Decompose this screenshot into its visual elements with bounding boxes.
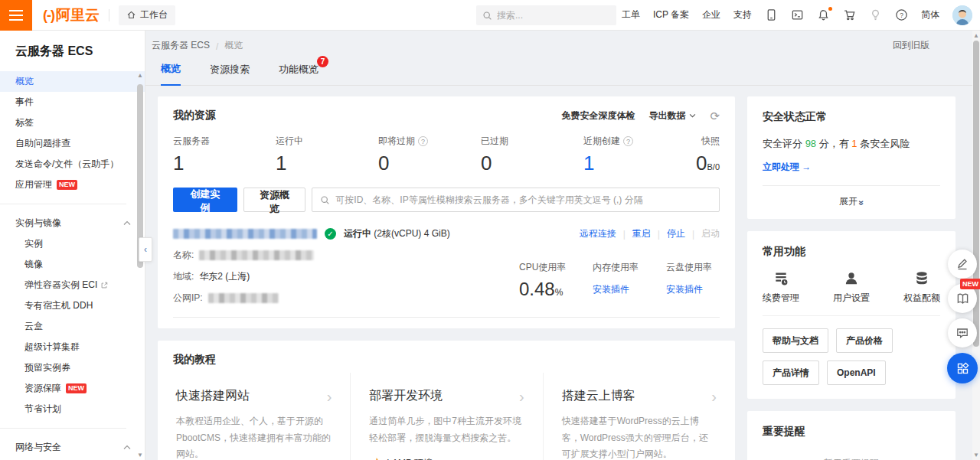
cart-icon[interactable]: [843, 8, 856, 21]
sidebar-item-savings-plan[interactable]: 节省计划: [0, 399, 145, 419]
my-resources-card: 我的资源 免费安全深度体检 导出数据 ⟳ 云服务器 1: [158, 96, 735, 328]
tutorial-desc: 快速搭建基于WordPress的云上博客，WordPress强大的管理后台，还可…: [562, 413, 717, 460]
stat-value[interactable]: 1: [173, 152, 276, 175]
page-scrollbar[interactable]: ▲ ▼: [972, 31, 980, 460]
sidebar-item-instances[interactable]: 实例: [0, 233, 145, 254]
product-pricing-button[interactable]: 产品价格: [836, 328, 893, 353]
mobile-app-icon[interactable]: [765, 8, 778, 21]
stat-value[interactable]: 1: [583, 152, 686, 175]
restart-link[interactable]: 重启: [632, 227, 651, 240]
chevron-right-icon: ›: [519, 389, 524, 404]
tab-overview[interactable]: 概览: [161, 62, 181, 86]
stat-value[interactable]: 0: [378, 152, 481, 175]
sidebar-item-cloudbox[interactable]: 云盒: [0, 316, 145, 337]
nav-enterprise[interactable]: 企业: [702, 8, 720, 21]
tutorial-dev-environment[interactable]: 部署开发环境› 通过简单几步，图中7种主流开发环境轻松部署，摆脱海量文档搜索之苦…: [350, 373, 542, 460]
instance-search-input[interactable]: [335, 194, 711, 205]
sidebar-item-eci[interactable]: 弹性容器实例 ECI: [0, 275, 145, 295]
tutorial-wordpress-blog[interactable]: 搭建云上博客› 快速搭建基于WordPress的云上博客，WordPress强大…: [543, 373, 735, 460]
tab-resource-search[interactable]: 资源搜索: [210, 63, 250, 85]
security-score-line: 安全评分 98 分，有 1 条安全风险: [763, 137, 940, 151]
stat-expired: 已过期 0: [481, 135, 583, 175]
refresh-icon[interactable]: ⟳: [710, 110, 720, 122]
stat-value[interactable]: 0: [481, 152, 583, 175]
remote-connect-link[interactable]: 远程连接: [580, 227, 616, 240]
language-switch[interactable]: 简体: [921, 8, 939, 21]
lamp-env-label: LAMP 环境: [387, 457, 433, 460]
help-docs-button[interactable]: 帮助与文档: [763, 328, 828, 353]
feedback-chat-button[interactable]: [948, 318, 977, 347]
sidebar-item-ddh[interactable]: 专有宿主机 DDH: [0, 295, 145, 316]
tab-feature-overview[interactable]: 功能概览 7: [279, 63, 318, 85]
sidebar-collapse-handle[interactable]: ‹: [139, 237, 152, 262]
empty-reminders-text: 暂无重要提醒: [763, 457, 940, 460]
lamp-env-dropdown[interactable]: LAMP LAMP 环境: [369, 457, 524, 460]
sidebar-group-instances-images[interactable]: 实例与镜像: [0, 213, 145, 233]
hamburger-menu-icon[interactable]: [0, 0, 32, 31]
feature-quota[interactable]: 权益配额: [903, 271, 940, 305]
docs-book-button[interactable]: NEW: [948, 284, 977, 313]
expand-toggle[interactable]: 展开 »: [763, 195, 940, 208]
apps-grid-button[interactable]: [947, 353, 978, 383]
scroll-down-icon[interactable]: ▼: [136, 452, 144, 458]
create-instance-button[interactable]: 创建实例: [173, 188, 237, 212]
global-search[interactable]: [476, 5, 616, 25]
sidebar-scrollbar[interactable]: ▲ ▼: [136, 70, 144, 460]
sidebar-item-cloud-assistant[interactable]: 发送命令/文件（云助手）: [0, 154, 145, 175]
start-link-disabled[interactable]: 启动: [701, 227, 720, 240]
sidebar-item-resource-assurance[interactable]: 资源保障 NEW: [0, 378, 145, 399]
sidebar-item-app-management[interactable]: 应用管理 NEW: [0, 175, 145, 195]
sidebar-group-network-security[interactable]: 网络与安全: [0, 437, 145, 458]
breadcrumb-root[interactable]: 云服务器 ECS: [152, 39, 210, 52]
stat-value[interactable]: 1: [276, 152, 378, 175]
help-icon[interactable]: ?: [623, 136, 633, 146]
sidebar-item-reserved-instances[interactable]: 预留实例券: [0, 357, 145, 378]
tutorial-build-website[interactable]: 快速搭建网站› 本教程适用企业、个人，基于开源的PbootCMS，快速搭建拥有丰…: [158, 373, 350, 460]
install-plugin-link-memory[interactable]: 安装插件: [593, 283, 629, 296]
sidebar-item-troubleshoot[interactable]: 自助问题排查: [0, 133, 145, 154]
scroll-up-icon[interactable]: ▲: [972, 32, 980, 39]
user-avatar[interactable]: [952, 5, 972, 25]
sidebar-item-overview[interactable]: 概览: [0, 71, 145, 92]
scroll-down-icon[interactable]: ▼: [972, 452, 980, 458]
new-badge: NEW: [960, 279, 980, 289]
product-details-button[interactable]: 产品详情: [763, 360, 819, 385]
install-plugin-link-disk[interactable]: 安装插件: [666, 283, 703, 296]
help-icon[interactable]: ?: [418, 136, 428, 146]
help-icon[interactable]: ?: [895, 8, 908, 21]
sidebar-item-images[interactable]: 镜像: [0, 254, 145, 275]
nav-tickets[interactable]: 工单: [622, 8, 640, 21]
global-search-input[interactable]: [497, 10, 616, 21]
export-data-dropdown[interactable]: 导出数据: [648, 109, 696, 122]
feedback-pencil-button[interactable]: [948, 250, 977, 279]
resource-overview-button[interactable]: 资源概览: [243, 188, 306, 212]
sidebar-item-tags[interactable]: 标签: [0, 113, 145, 133]
sidebar: 云服务器 ECS 概览 事件 标签 自助问题排查 发送命令/文件（云助手） 应用…: [0, 31, 145, 460]
search-icon: [320, 195, 330, 205]
sidebar-item-supercomputing[interactable]: 超级计算集群: [0, 337, 145, 357]
sidebar-item-events[interactable]: 事件: [0, 92, 145, 113]
scroll-up-icon[interactable]: ▲: [136, 72, 144, 79]
nav-support[interactable]: 支持: [733, 8, 752, 21]
notifications-bell-icon[interactable]: [817, 8, 830, 21]
stat-value[interactable]: 0B/0: [686, 152, 720, 175]
aliyun-logo[interactable]: (-) 阿里云: [43, 5, 100, 25]
handle-now-link[interactable]: 立即处理 →: [763, 161, 811, 174]
stat-suffix: B/0: [707, 162, 720, 171]
export-label: 导出数据: [648, 109, 685, 122]
cloudshell-icon[interactable]: [791, 8, 804, 21]
workspace-button[interactable]: 工作台: [119, 5, 175, 25]
masked-instance-id[interactable]: [173, 229, 317, 239]
back-to-old-link[interactable]: 回到旧版: [893, 39, 929, 52]
nav-icp[interactable]: ICP 备案: [653, 8, 689, 21]
security-checkup-link[interactable]: 免费安全深度体检: [561, 109, 635, 122]
feature-renewal-management[interactable]: 续费管理: [763, 271, 799, 305]
instance-search[interactable]: [312, 188, 720, 212]
feature-user-settings[interactable]: 用户设置: [833, 271, 870, 305]
tutorial-desc: 本教程适用企业、个人，基于开源的PbootCMS，快速搭建拥有丰富功能的网站。: [176, 413, 332, 460]
public-ip-label: 公网IP:: [173, 292, 203, 305]
lightbulb-icon[interactable]: [869, 8, 882, 21]
stop-link[interactable]: 停止: [667, 227, 685, 240]
openapi-button[interactable]: OpenAPI: [827, 360, 886, 385]
pencil-icon: [956, 257, 969, 271]
